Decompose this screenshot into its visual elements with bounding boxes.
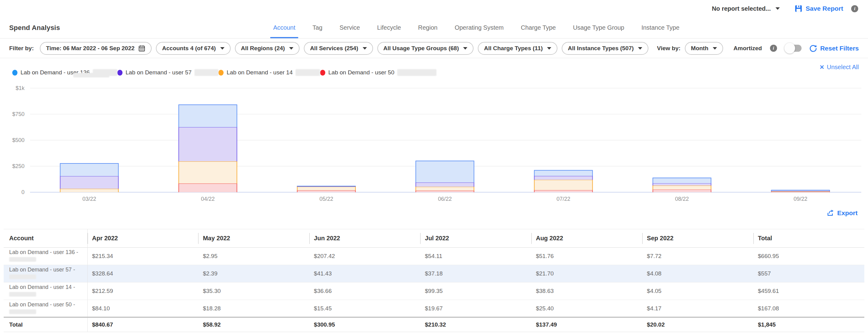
view-by-dropdown[interactable]: Month: [685, 42, 723, 55]
account-name: Lab on Demand - user 57 -: [9, 267, 87, 273]
tab-charge-type[interactable]: Charge Type: [521, 17, 556, 38]
legend-label: Lab on Demand - user 14: [227, 69, 292, 76]
bar-segment-user-57-06/22[interactable]: [416, 182, 474, 187]
legend-item[interactable]: Lab on Demand - user 14: [218, 63, 320, 82]
spend-value-cell: $207.42: [309, 247, 420, 265]
bar-segment-user-50-07/22[interactable]: [534, 190, 593, 192]
tab-lifecycle[interactable]: Lifecycle: [377, 17, 401, 38]
bar-segment-user-136-03/22[interactable]: [60, 163, 119, 176]
bar-segment-user-136-07/22[interactable]: [534, 170, 593, 176]
bar-segment-user-14-08/22[interactable]: [653, 186, 711, 190]
filter-dropdown-2[interactable]: All Services (254): [304, 42, 373, 55]
save-icon: [795, 5, 802, 12]
filter-dropdown-label: All Instance Types (507): [568, 45, 634, 52]
spend-value-cell: $99.35: [420, 282, 531, 300]
bar-segment-user-57-04/22[interactable]: [179, 127, 237, 161]
spend-value-cell: $35.30: [198, 282, 309, 300]
spend-value-cell: $215.34: [87, 247, 198, 265]
amortized-label: Amortized: [734, 45, 762, 52]
account-name-cell: Lab on Demand - user 50 -: [4, 300, 87, 318]
amortized-info-icon[interactable]: i: [770, 45, 777, 52]
bar-segment-user-14-05/22[interactable]: [298, 187, 355, 190]
reset-filters-button[interactable]: Reset Filters: [809, 44, 859, 52]
spend-value-cell: $19.67: [420, 300, 531, 318]
chevron-down-icon: [363, 47, 367, 49]
report-selector-dropdown[interactable]: No report selected...: [712, 5, 780, 12]
column-header-apr-2022: Apr 2022: [87, 229, 198, 247]
x-axis-tick-label: 07/22: [557, 196, 570, 202]
column-divider: [753, 233, 754, 244]
tab-account[interactable]: Account: [273, 17, 295, 38]
y-axis-tick-label: $250: [12, 163, 25, 169]
spend-value-cell: $21.70: [531, 265, 642, 282]
time-filter-button[interactable]: Time: 06 Mar 2022 - 06 Sep 2022: [40, 42, 152, 55]
legend-color-dot: [12, 70, 18, 76]
bar-segment-user-50-04/22[interactable]: [179, 183, 237, 192]
legend-item[interactable]: Lab on Demand - user 50: [320, 63, 436, 82]
filter-dropdown-5[interactable]: All Instance Types (507): [562, 42, 648, 55]
bar-segment-user-136-04/22[interactable]: [179, 105, 237, 127]
y-axis-tick-label: $1k: [16, 85, 25, 91]
redacted-text: [9, 274, 36, 279]
x-axis-tick-label: 04/22: [201, 196, 215, 202]
chevron-down-icon: [713, 47, 717, 49]
spend-value-cell: $4.05: [642, 282, 753, 300]
bar-segment-user-14-06/22[interactable]: [416, 187, 474, 190]
bar-segment-user-136-08/22[interactable]: [653, 178, 711, 183]
tab-region[interactable]: Region: [418, 17, 437, 38]
filter-dropdown-4[interactable]: All Charge Types (11): [478, 42, 557, 55]
tab-usage-type-group[interactable]: Usage Type Group: [573, 17, 624, 38]
spend-value-cell: $557: [753, 265, 864, 282]
bar-segment-user-136-06/22[interactable]: [416, 161, 474, 183]
tab-instance-type[interactable]: Instance Type: [641, 17, 679, 38]
redacted-text: [9, 257, 36, 262]
filter-dropdown-0[interactable]: Accounts 4 (of 674): [156, 42, 230, 55]
bar-segment-user-57-07/22[interactable]: [534, 176, 593, 180]
top-bar: No report selected... Save Report i: [0, 0, 868, 17]
filter-dropdown-3[interactable]: All Usage Type Groups (68): [377, 42, 474, 55]
unselect-all-button[interactable]: Unselect All: [819, 64, 859, 71]
y-axis-tick-label: $500: [12, 137, 25, 143]
x-axis-tick-label: 06/22: [438, 196, 452, 202]
export-button[interactable]: Export: [837, 209, 858, 217]
info-icon[interactable]: i: [851, 5, 858, 12]
save-report-button[interactable]: Save Report: [795, 5, 843, 12]
bar-segment-user-57-08/22[interactable]: [653, 183, 711, 186]
legend-item[interactable]: Lab on Demand - user 136: [12, 63, 117, 82]
table-header-row: AccountApr 2022May 2022Jun 2022Jul 2022A…: [4, 229, 864, 247]
total-value-cell: $840.67: [87, 318, 198, 332]
bar-segment-user-57-03/22[interactable]: [60, 176, 119, 189]
page-title: Spend Analysis: [9, 24, 60, 32]
redacted-text: [296, 69, 320, 76]
x-axis-tick-label: 08/22: [675, 196, 689, 202]
legend-item[interactable]: Lab on Demand - user 57: [117, 63, 218, 82]
tab-tag[interactable]: Tag: [312, 17, 322, 38]
tab-operating-system[interactable]: Operating System: [455, 17, 503, 38]
bar-segment-user-50-08/22[interactable]: [653, 190, 711, 192]
spend-table-container: AccountApr 2022May 2022Jun 2022Jul 2022A…: [0, 222, 868, 332]
column-divider: [420, 233, 421, 244]
amortized-toggle[interactable]: [785, 45, 802, 52]
view-by-label: View by:: [657, 45, 681, 52]
x-axis-tick-label: 03/22: [83, 196, 96, 202]
table-total-row: Total$840.67$58.92$300.95$210.32$137.49$…: [4, 318, 864, 332]
filter-by-label: Filter by:: [9, 45, 34, 52]
column-header-label: Jul 2022: [425, 235, 449, 242]
spend-value-cell: $7.72: [642, 247, 753, 265]
chevron-down-icon: [775, 7, 780, 10]
spend-value-cell: $2.39: [198, 265, 309, 282]
legend-color-dot: [117, 70, 123, 76]
bar-segment-user-14-04/22[interactable]: [179, 161, 237, 183]
column-header-label: Total: [758, 235, 772, 242]
chevron-down-icon: [463, 47, 467, 49]
tab-service[interactable]: Service: [340, 17, 360, 38]
column-header-label: Aug 2022: [536, 235, 563, 242]
bar-segment-user-14-03/22[interactable]: [60, 189, 119, 192]
bar-segment-user-14-07/22[interactable]: [534, 180, 593, 190]
filter-dropdown-1[interactable]: All Regions (24): [235, 42, 300, 55]
column-header-jun-2022: Jun 2022: [309, 229, 420, 247]
calendar-icon: [138, 45, 146, 52]
column-header-total: Total: [753, 229, 864, 247]
account-name-cell: Lab on Demand - user 57 -: [4, 265, 87, 282]
legend-color-dot: [320, 70, 325, 76]
